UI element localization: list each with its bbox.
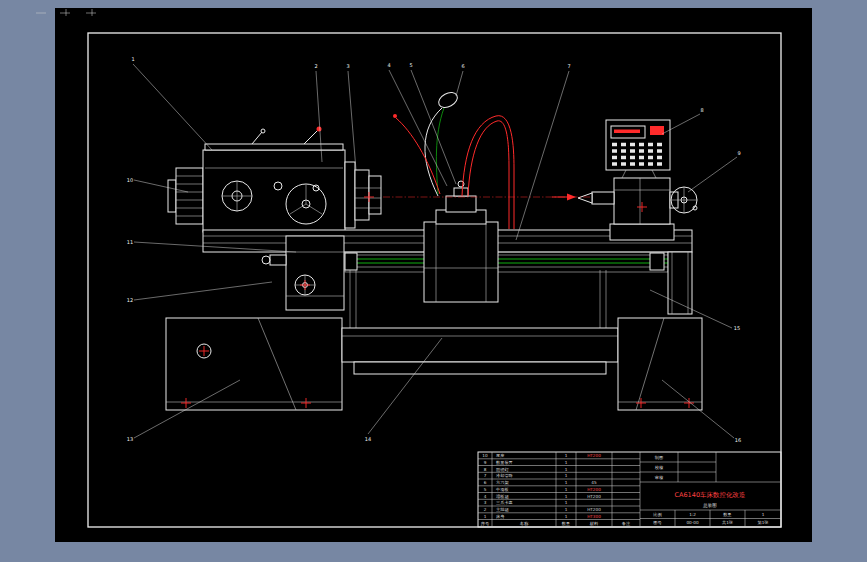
callout-label: 1 bbox=[131, 56, 134, 62]
bom-cell: 1 bbox=[565, 494, 568, 499]
drawing-subtitle: 总装图 bbox=[702, 503, 717, 508]
bom-cell: HT200 bbox=[587, 453, 601, 458]
bom-cell: 7 bbox=[484, 473, 487, 478]
callout-label: 6 bbox=[461, 63, 464, 69]
right-pedestal bbox=[618, 318, 702, 410]
callout-label: 4 bbox=[387, 62, 390, 68]
bom-cell: 9 bbox=[484, 460, 487, 465]
bom-cell: 方刀架 bbox=[496, 480, 509, 485]
end-bracket bbox=[668, 252, 692, 314]
bom-header-cell: 名称 bbox=[520, 521, 529, 526]
callout-label: 10 bbox=[127, 177, 133, 183]
callout-label: 7 bbox=[567, 63, 570, 69]
quill bbox=[592, 192, 614, 204]
left-pedestal bbox=[166, 318, 342, 410]
dro-power-key bbox=[650, 126, 664, 135]
bom-cell: 1 bbox=[565, 500, 568, 505]
bom-header-cell: 备注 bbox=[622, 521, 631, 526]
bom-header-cell: 序号 bbox=[481, 521, 490, 526]
signature-rows: 制图 校核 审核 bbox=[655, 455, 664, 480]
callout-label: 8 bbox=[700, 107, 703, 113]
bom-cell: 数显装置 bbox=[496, 460, 513, 465]
drawing-title: CA6140车床数控化改造 bbox=[674, 491, 745, 499]
bom-cell: 床身 bbox=[496, 514, 505, 519]
bom-cell: 主轴箱 bbox=[496, 507, 509, 512]
info-cell: 数量 bbox=[723, 512, 731, 517]
bom-cell: 1 bbox=[565, 514, 568, 519]
bom-cell: 1 bbox=[565, 507, 568, 512]
cad-viewport[interactable]: 1 2 3 4 5 6 7 8 9 10 11 12 13 14 15 16 1… bbox=[0, 0, 867, 562]
bom-cell: 中滑板 bbox=[496, 487, 509, 492]
bom-cell: 1 bbox=[565, 467, 568, 472]
bom-cell: 10 bbox=[482, 453, 488, 458]
callout-label: 11 bbox=[127, 239, 133, 245]
bom-cell: 4 bbox=[484, 494, 487, 499]
info-cell: 00-00 bbox=[686, 520, 699, 525]
callout-label: 15 bbox=[734, 325, 740, 331]
callout-label: 3 bbox=[346, 63, 349, 69]
bom-cell: 1 bbox=[565, 473, 568, 478]
callout-label: 5 bbox=[409, 62, 412, 68]
sign-label: 校核 bbox=[655, 465, 664, 470]
info-cell: 1 bbox=[762, 512, 765, 517]
info-cell: 第1张 bbox=[757, 520, 769, 525]
callout-label: 12 bbox=[127, 297, 133, 303]
callout-label: 14 bbox=[365, 436, 371, 442]
bom-cell: 1 bbox=[484, 514, 487, 519]
bom-cell: HT200 bbox=[587, 507, 601, 512]
callout-label: 16 bbox=[735, 437, 741, 443]
callout-label: 2 bbox=[314, 63, 317, 69]
bom-cell: HT200 bbox=[587, 494, 601, 499]
bom-cell: 3 bbox=[484, 500, 487, 505]
bom-cell: 1 bbox=[565, 480, 568, 485]
bom-cell: 冷却管路 bbox=[496, 473, 513, 478]
dro-panel bbox=[606, 120, 670, 178]
bom-cell: 溜板箱 bbox=[496, 494, 509, 499]
bom-cell: 45 bbox=[591, 480, 597, 485]
bom-cell: 8 bbox=[484, 467, 487, 472]
chip-tray bbox=[342, 328, 618, 374]
sign-label: 制图 bbox=[655, 455, 663, 460]
cad-viewer: 1 2 3 4 5 6 7 8 9 10 11 12 13 14 15 16 1… bbox=[0, 0, 867, 562]
lever-knob bbox=[317, 127, 322, 132]
bom-cell: 1 bbox=[565, 453, 568, 458]
bom-cell: 5 bbox=[484, 487, 487, 492]
info-cell: 1:2 bbox=[689, 512, 696, 517]
bom-cell: 三爪卡盘 bbox=[496, 500, 514, 505]
callout-label: 9 bbox=[737, 150, 740, 156]
bom-cell: HT300 bbox=[587, 514, 601, 519]
bom-cell: 2 bbox=[484, 507, 487, 512]
sign-label: 审核 bbox=[655, 475, 664, 480]
bom-header-cell: 数量 bbox=[562, 521, 570, 526]
bom-cell: HT200 bbox=[587, 487, 601, 492]
bom-cell: 1 bbox=[565, 460, 568, 465]
bom-cell: 6 bbox=[484, 480, 487, 485]
tool-post bbox=[446, 196, 476, 212]
info-cell: 共1张 bbox=[722, 520, 734, 525]
info-cell: 图号 bbox=[653, 520, 662, 525]
bom-cell: 尾座 bbox=[496, 453, 505, 458]
dro-readout bbox=[614, 130, 640, 134]
callout-label: 13 bbox=[127, 436, 133, 442]
bom-cell: 1 bbox=[565, 487, 568, 492]
coolant-nozzle bbox=[393, 114, 397, 118]
